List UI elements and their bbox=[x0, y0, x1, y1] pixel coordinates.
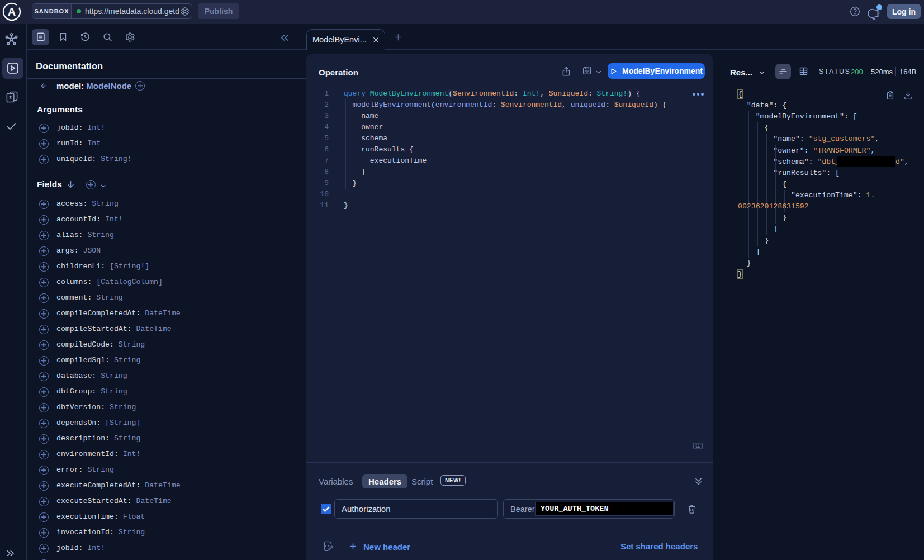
svg-text:A: A bbox=[8, 6, 16, 18]
